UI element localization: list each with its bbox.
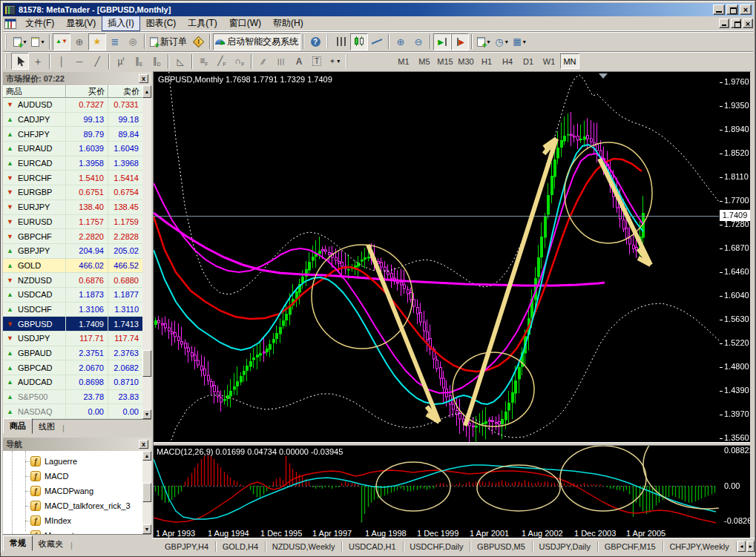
navigator-item-momentum[interactable]: ƒMomentum (25, 528, 85, 534)
timeframe-m15-button[interactable]: M15 (435, 53, 455, 69)
crosshair-target-button[interactable]: ⊕ (70, 33, 88, 50)
indicators-button[interactable]: +▾ (475, 33, 493, 50)
chart-tab-usdjpy-daily[interactable]: USDJPY,Daily (533, 541, 598, 553)
chart-tab-chfjpy-weekly[interactable]: CHFJPY,Weekly (663, 541, 735, 553)
timeframe-d1-button[interactable]: D1 (519, 53, 538, 69)
close-button[interactable]: × (740, 4, 752, 15)
navigator-tab-1[interactable]: 常规 (3, 535, 33, 551)
market-watch-row-usdchf[interactable]: ▲USDCHF1.31061.3110 (3, 303, 142, 317)
market-watch-row-gbpaud[interactable]: ▲GBPAUD2.37512.3763 (3, 346, 142, 361)
arrows-button[interactable]: ✦▾ (326, 53, 344, 70)
market-watch-button[interactable]: ▲▼ (53, 33, 70, 50)
trendline-button[interactable]: ╱ (88, 53, 106, 70)
market-watch-tab-1[interactable]: 商品 (3, 418, 33, 434)
timeframe-h1-button[interactable]: H1 (477, 53, 496, 69)
market-watch-row-audcad[interactable]: ▲AUDCAD0.86980.8710 (3, 375, 142, 390)
help-button[interactable]: ? (306, 33, 324, 50)
chart-shift-button[interactable]: ▶ (451, 33, 469, 50)
scroll-down-icon[interactable]: ▼ (142, 409, 151, 419)
price-chart[interactable] (154, 72, 719, 442)
menu-1[interactable]: 文件(F) (19, 16, 60, 31)
trend-angle-button[interactable]: µt (112, 53, 130, 70)
market-watch-row-eurchf[interactable]: ▼EURCHF1.54101.5414 (3, 171, 142, 185)
market-watch-row-gbpchf[interactable]: ▼GBPCHF2.28202.2828 (3, 229, 142, 244)
market-watch-row-nasdaq[interactable]: ▲NASDAQ0.000.00 (3, 404, 142, 419)
fibo-arcs-button[interactable]: ∩F (231, 53, 249, 70)
navigator-item-macdpwang[interactable]: ƒMACDPwang (25, 484, 93, 498)
templates-button[interactable]: ▦▾ (510, 33, 528, 50)
market-watch-scroll-thumb[interactable] (142, 350, 151, 377)
nav-scroll-down-icon[interactable]: ▼ (142, 524, 151, 534)
timeframe-mn-button[interactable]: MN (560, 53, 579, 69)
restore-button[interactable] (726, 4, 738, 15)
navigator-item-macd-talkforex-rick-3[interactable]: ƒMACD_talkforex_rick_3 (25, 498, 131, 513)
timeframe-m1-button[interactable]: M1 (394, 53, 413, 69)
chart-line-button[interactable] (368, 33, 386, 50)
market-watch-row-cadjpy[interactable]: ▲CADJPY99.1399.18 (3, 113, 142, 128)
market-watch-row-eurgbp[interactable]: ▼EURGBP0.67510.6754 (3, 185, 142, 200)
market-watch-close-icon[interactable]: x (139, 74, 148, 83)
market-watch-row-gold[interactable]: ▲GOLD466.02466.52 (3, 259, 142, 274)
deviation-channel-button[interactable]: ∥D (148, 53, 165, 70)
child-close-button[interactable]: × (743, 19, 753, 28)
column-bid[interactable]: 买价 (66, 85, 108, 98)
column-ask[interactable]: 卖价 (108, 85, 142, 98)
market-watch-row-s&p500[interactable]: ▲S&P50023.7823.83 (3, 390, 142, 405)
fibo-retracement-button[interactable]: ≡F (195, 53, 213, 70)
zoom-in-button[interactable]: ⊕ (392, 33, 410, 50)
menu-2[interactable]: 显视(V) (60, 16, 102, 31)
horizontal-line-button[interactable]: ─ (70, 53, 88, 70)
menu-5[interactable]: 工具(T) (182, 16, 223, 31)
market-watch-row-nzdusd[interactable]: ▼NZDUSD0.68760.6880 (3, 273, 142, 288)
chart-tab-gbpchf-m15[interactable]: GBPCHF,M15 (598, 541, 663, 553)
alert-button[interactable] (189, 33, 207, 50)
menu-3[interactable]: 插入(I) (102, 16, 139, 31)
cycle-lines-button[interactable]: ||| (272, 53, 290, 70)
expert-advisors-button[interactable]: ▶启动智能交易系统 (213, 33, 300, 50)
chart-tab-gbpusd-m5[interactable]: GBPUSD,M5 (470, 541, 532, 553)
market-watch-row-usdcad[interactable]: ▲USDCAD1.18731.1877 (3, 288, 142, 303)
chart-window-icon[interactable] (4, 19, 16, 29)
menu-4[interactable]: 图表(C) (140, 16, 183, 31)
toolbar-grip[interactable] (326, 34, 330, 49)
chart-tab-gbpjpy-h4[interactable]: GBPJPY,H4 (158, 541, 215, 553)
new-order-button[interactable]: +新订单 (148, 33, 189, 50)
strategy-tester-button[interactable]: ◎ (124, 33, 142, 50)
market-watch-tab-2[interactable]: 线图 (33, 420, 61, 434)
chart-tab-usdcad-h1[interactable]: USDCAD,H1 (342, 541, 403, 553)
favorites-button[interactable]: ★ (88, 33, 106, 50)
timeframe-w1-button[interactable]: W1 (539, 53, 559, 69)
market-watch-row-eurcad[interactable]: ▲EURCAD1.39581.3968 (3, 156, 142, 171)
window-divider[interactable] (154, 442, 750, 446)
navigator-item-laguerre[interactable]: ƒLaguerre (25, 454, 77, 469)
navigator-item-mindex[interactable]: ƒMIndex (25, 513, 71, 528)
chart-candles-button[interactable] (350, 33, 368, 50)
minimize-button[interactable] (713, 4, 725, 15)
navigator-item-macd[interactable]: ƒMACD (25, 469, 68, 484)
menu-6[interactable]: 窗口(W) (223, 16, 267, 31)
timeframe-h4-button[interactable]: H4 (498, 53, 517, 69)
timeframe-m5-button[interactable]: M5 (415, 53, 434, 69)
text-button[interactable]: A (290, 53, 308, 70)
market-watch-row-euraud[interactable]: ▲EURAUD1.60391.6049 (3, 142, 142, 156)
gann-fan-button[interactable]: ◺ (171, 53, 189, 70)
market-watch-row-eurjpy[interactable]: ▼EURJPY138.40138.45 (3, 200, 142, 215)
navigator-scroll-thumb[interactable] (142, 483, 151, 502)
profiles-button[interactable]: ▾ (29, 33, 47, 50)
chart-tab-gold-h4[interactable]: GOLD,H4 (216, 541, 265, 553)
scroll-up-icon[interactable]: ▲ (142, 85, 151, 98)
market-watch-row-gbpjpy[interactable]: ▲GBPJPY204.94205.02 (3, 244, 142, 259)
menu-7[interactable]: 帮助(H) (267, 16, 309, 31)
navigator-close-icon[interactable]: x (139, 440, 148, 449)
market-watch-row-gbpusd[interactable]: ▼GBPUSD1.74091.7413 (3, 317, 142, 332)
child-restore-button[interactable] (731, 19, 741, 28)
equidistant-channel-button[interactable]: ∥E (130, 53, 148, 70)
data-window-button[interactable]: ≣ (106, 33, 124, 50)
toolbar-grip[interactable] (346, 54, 349, 69)
market-watch-row-eurusd[interactable]: ▼EURUSD1.17571.1759 (3, 215, 142, 230)
toolbar-grip[interactable] (5, 54, 9, 69)
market-watch-row-usdjpy[interactable]: ▼USDJPY117.71117.74 (3, 332, 142, 346)
chart-bars-button[interactable] (332, 33, 350, 50)
child-minimize-button[interactable] (719, 19, 729, 28)
navigator-tab-2[interactable]: 收藏夹 (33, 537, 69, 551)
